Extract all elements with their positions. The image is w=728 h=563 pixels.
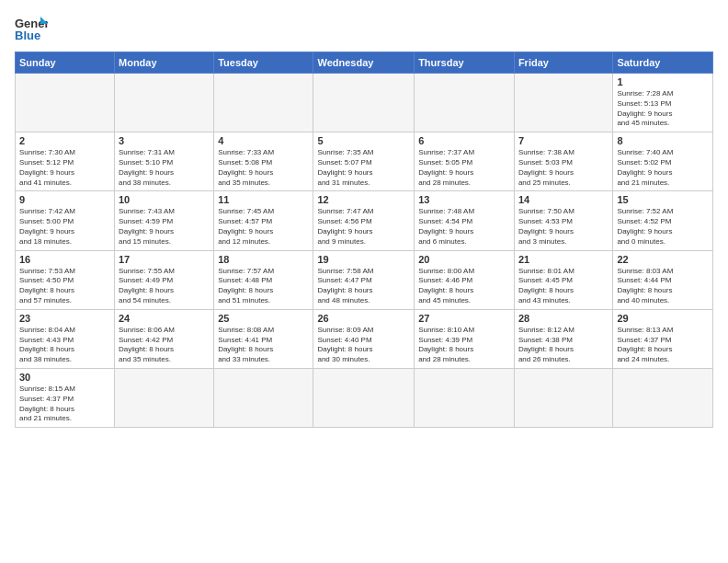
calendar-day-cell: 29Sunrise: 8:13 AM Sunset: 4:37 PM Dayli… xyxy=(613,309,713,368)
day-info: Sunrise: 8:12 AM Sunset: 4:38 PM Dayligh… xyxy=(518,326,609,365)
calendar-day-cell: 1Sunrise: 7:28 AM Sunset: 5:13 PM Daylig… xyxy=(613,74,713,132)
calendar-day-cell xyxy=(514,74,612,132)
calendar-day-cell: 22Sunrise: 8:03 AM Sunset: 4:44 PM Dayli… xyxy=(613,250,713,309)
calendar-day-cell: 2Sunrise: 7:30 AM Sunset: 5:12 PM Daylig… xyxy=(16,132,115,191)
day-number: 28 xyxy=(518,313,609,324)
day-info: Sunrise: 7:52 AM Sunset: 4:52 PM Dayligh… xyxy=(617,207,709,247)
calendar-day-cell: 7Sunrise: 7:38 AM Sunset: 5:03 PM Daylig… xyxy=(514,132,612,191)
day-number: 4 xyxy=(218,135,309,146)
calendar-header-sunday: Sunday xyxy=(16,52,115,74)
calendar-table: SundayMondayTuesdayWednesdayThursdayFrid… xyxy=(15,52,713,428)
logo: General Blue xyxy=(15,15,48,42)
calendar-week-row: 16Sunrise: 7:53 AM Sunset: 4:50 PM Dayli… xyxy=(16,250,713,309)
calendar-day-cell: 12Sunrise: 7:47 AM Sunset: 4:56 PM Dayli… xyxy=(313,191,415,250)
day-info: Sunrise: 8:00 AM Sunset: 4:46 PM Dayligh… xyxy=(418,267,510,306)
day-info: Sunrise: 7:35 AM Sunset: 5:07 PM Dayligh… xyxy=(317,148,410,188)
day-number: 12 xyxy=(317,194,410,205)
calendar-day-cell: 30Sunrise: 8:15 AM Sunset: 4:37 PM Dayli… xyxy=(16,368,115,427)
calendar-week-row: 30Sunrise: 8:15 AM Sunset: 4:37 PM Dayli… xyxy=(16,368,713,427)
calendar-day-cell: 15Sunrise: 7:52 AM Sunset: 4:52 PM Dayli… xyxy=(613,191,713,250)
day-info: Sunrise: 8:10 AM Sunset: 4:39 PM Dayligh… xyxy=(418,326,510,365)
calendar-day-cell xyxy=(16,74,115,132)
calendar-day-cell: 25Sunrise: 8:08 AM Sunset: 4:41 PM Dayli… xyxy=(214,309,313,368)
calendar-day-cell xyxy=(613,368,713,427)
day-number: 9 xyxy=(19,194,110,205)
day-info: Sunrise: 8:01 AM Sunset: 4:45 PM Dayligh… xyxy=(518,267,609,306)
calendar-header-row: SundayMondayTuesdayWednesdayThursdayFrid… xyxy=(16,52,713,74)
day-info: Sunrise: 7:38 AM Sunset: 5:03 PM Dayligh… xyxy=(518,148,609,188)
calendar-header-wednesday: Wednesday xyxy=(313,52,415,74)
calendar-day-cell: 14Sunrise: 7:50 AM Sunset: 4:53 PM Dayli… xyxy=(514,191,612,250)
calendar-day-cell: 18Sunrise: 7:57 AM Sunset: 4:48 PM Dayli… xyxy=(214,250,313,309)
day-info: Sunrise: 7:37 AM Sunset: 5:05 PM Dayligh… xyxy=(418,148,510,188)
day-info: Sunrise: 7:55 AM Sunset: 4:49 PM Dayligh… xyxy=(119,267,210,306)
generalblue-logo-icon: General Blue xyxy=(15,15,48,42)
day-info: Sunrise: 8:15 AM Sunset: 4:37 PM Dayligh… xyxy=(19,385,110,424)
day-number: 2 xyxy=(19,135,110,146)
calendar-day-cell: 9Sunrise: 7:42 AM Sunset: 5:00 PM Daylig… xyxy=(16,191,115,250)
day-number: 7 xyxy=(518,135,609,146)
calendar-day-cell xyxy=(313,74,415,132)
day-number: 20 xyxy=(418,254,510,265)
day-number: 8 xyxy=(617,135,709,146)
calendar-week-row: 9Sunrise: 7:42 AM Sunset: 5:00 PM Daylig… xyxy=(16,191,713,250)
day-number: 5 xyxy=(317,135,410,146)
day-number: 11 xyxy=(218,194,309,205)
header: General Blue xyxy=(15,15,713,42)
calendar-header-tuesday: Tuesday xyxy=(214,52,313,74)
day-info: Sunrise: 8:09 AM Sunset: 4:40 PM Dayligh… xyxy=(317,326,410,365)
day-number: 26 xyxy=(317,313,410,324)
calendar-day-cell: 24Sunrise: 8:06 AM Sunset: 4:42 PM Dayli… xyxy=(115,309,214,368)
day-number: 25 xyxy=(218,313,309,324)
day-number: 22 xyxy=(617,254,709,265)
calendar-week-row: 1Sunrise: 7:28 AM Sunset: 5:13 PM Daylig… xyxy=(16,74,713,132)
day-info: Sunrise: 7:57 AM Sunset: 4:48 PM Dayligh… xyxy=(218,267,309,306)
day-number: 16 xyxy=(19,254,110,265)
day-number: 21 xyxy=(518,254,609,265)
calendar-day-cell xyxy=(115,74,214,132)
day-info: Sunrise: 7:31 AM Sunset: 5:10 PM Dayligh… xyxy=(119,148,210,188)
calendar-day-cell: 26Sunrise: 8:09 AM Sunset: 4:40 PM Dayli… xyxy=(313,309,415,368)
calendar-day-cell: 19Sunrise: 7:58 AM Sunset: 4:47 PM Dayli… xyxy=(313,250,415,309)
day-number: 19 xyxy=(317,254,410,265)
day-info: Sunrise: 7:47 AM Sunset: 4:56 PM Dayligh… xyxy=(317,207,410,247)
day-info: Sunrise: 8:03 AM Sunset: 4:44 PM Dayligh… xyxy=(617,267,709,306)
day-number: 14 xyxy=(518,194,609,205)
day-info: Sunrise: 7:50 AM Sunset: 4:53 PM Dayligh… xyxy=(518,207,609,247)
day-number: 13 xyxy=(418,194,510,205)
calendar-day-cell xyxy=(115,368,214,427)
calendar-week-row: 2Sunrise: 7:30 AM Sunset: 5:12 PM Daylig… xyxy=(16,132,713,191)
page: General Blue SundayMondayTuesdayWednesda… xyxy=(0,0,728,563)
day-info: Sunrise: 8:06 AM Sunset: 4:42 PM Dayligh… xyxy=(119,326,210,365)
calendar-day-cell: 4Sunrise: 7:33 AM Sunset: 5:08 PM Daylig… xyxy=(214,132,313,191)
day-number: 27 xyxy=(418,313,510,324)
calendar-day-cell xyxy=(214,368,313,427)
calendar-day-cell xyxy=(415,74,515,132)
calendar-day-cell: 11Sunrise: 7:45 AM Sunset: 4:57 PM Dayli… xyxy=(214,191,313,250)
calendar-header-monday: Monday xyxy=(115,52,214,74)
day-info: Sunrise: 7:48 AM Sunset: 4:54 PM Dayligh… xyxy=(418,207,510,247)
day-number: 6 xyxy=(418,135,510,146)
day-info: Sunrise: 7:43 AM Sunset: 4:59 PM Dayligh… xyxy=(119,207,210,247)
day-number: 29 xyxy=(617,313,709,324)
calendar-header-friday: Friday xyxy=(514,52,612,74)
calendar-day-cell xyxy=(313,368,415,427)
day-number: 1 xyxy=(617,76,709,87)
day-info: Sunrise: 7:30 AM Sunset: 5:12 PM Dayligh… xyxy=(19,148,110,188)
day-info: Sunrise: 7:45 AM Sunset: 4:57 PM Dayligh… xyxy=(218,207,309,247)
day-info: Sunrise: 7:28 AM Sunset: 5:13 PM Dayligh… xyxy=(617,89,709,129)
day-info: Sunrise: 8:08 AM Sunset: 4:41 PM Dayligh… xyxy=(218,326,309,365)
calendar-day-cell xyxy=(214,74,313,132)
calendar-day-cell: 8Sunrise: 7:40 AM Sunset: 5:02 PM Daylig… xyxy=(613,132,713,191)
calendar-week-row: 23Sunrise: 8:04 AM Sunset: 4:43 PM Dayli… xyxy=(16,309,713,368)
day-number: 30 xyxy=(19,372,110,383)
day-info: Sunrise: 7:42 AM Sunset: 5:00 PM Dayligh… xyxy=(19,207,110,247)
calendar-day-cell: 27Sunrise: 8:10 AM Sunset: 4:39 PM Dayli… xyxy=(415,309,515,368)
calendar-day-cell: 21Sunrise: 8:01 AM Sunset: 4:45 PM Dayli… xyxy=(514,250,612,309)
calendar-day-cell: 16Sunrise: 7:53 AM Sunset: 4:50 PM Dayli… xyxy=(16,250,115,309)
calendar-header-saturday: Saturday xyxy=(613,52,713,74)
day-number: 24 xyxy=(119,313,210,324)
day-number: 23 xyxy=(19,313,110,324)
calendar-header-thursday: Thursday xyxy=(415,52,515,74)
svg-text:Blue: Blue xyxy=(15,29,40,42)
